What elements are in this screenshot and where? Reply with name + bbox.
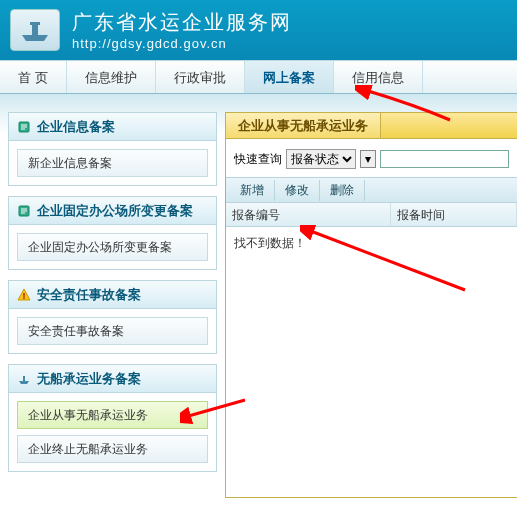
sidebar-item[interactable]: 安全责任事故备案 xyxy=(17,317,208,345)
panel-title: 安全责任事故备案 xyxy=(37,281,141,309)
filter-input[interactable] xyxy=(380,150,509,168)
panel-title: 无船承运业务备案 xyxy=(37,365,141,393)
svg-rect-5 xyxy=(23,376,25,381)
nav-item[interactable]: 信息维护 xyxy=(67,61,156,93)
logo-icon xyxy=(10,9,60,51)
panel-header[interactable]: !安全责任事故备案 xyxy=(9,281,216,309)
filter-select[interactable]: 报备状态 xyxy=(286,149,356,169)
note-icon xyxy=(17,204,31,218)
panel-header[interactable]: 企业信息备案 xyxy=(9,113,216,141)
site-url: http://gdsy.gdcd.gov.cn xyxy=(72,36,292,51)
panel-body: 安全责任事故备案 xyxy=(9,309,216,353)
panel-header[interactable]: 企业固定办公场所变更备案 xyxy=(9,197,216,225)
grid-col-time[interactable]: 报备时间 xyxy=(391,203,517,226)
tab-active[interactable]: 企业从事无船承运业务 xyxy=(226,113,381,138)
edit-button[interactable]: 修改 xyxy=(275,180,320,201)
sidebar-panel: 无船承运业务备案企业从事无船承运业务企业终止无船承运业务 xyxy=(8,364,217,472)
sidebar-panel: !安全责任事故备案安全责任事故备案 xyxy=(8,280,217,354)
warning-icon: ! xyxy=(17,288,31,302)
panel-body: 新企业信息备案 xyxy=(9,141,216,185)
site-header: 广东省水运企业服务网 http://gdsy.gdcd.gov.cn xyxy=(0,0,517,60)
sidebar-item[interactable]: 新企业信息备案 xyxy=(17,149,208,177)
grid-empty-text: 找不到数据！ xyxy=(226,227,517,260)
grid-col-id[interactable]: 报备编号 xyxy=(226,203,391,226)
panel-header[interactable]: 无船承运业务备案 xyxy=(9,365,216,393)
nav-item[interactable]: 信用信息 xyxy=(334,61,423,93)
svg-rect-1 xyxy=(30,22,40,25)
nav-item[interactable]: 网上备案 xyxy=(245,61,334,93)
delete-button[interactable]: 删除 xyxy=(320,180,365,201)
site-title: 广东省水运企业服务网 xyxy=(72,9,292,36)
filter-row: 快速查询 报备状态 ▾ xyxy=(226,139,517,177)
ship-icon xyxy=(17,372,31,386)
nav-item[interactable]: 首 页 xyxy=(0,61,67,93)
note-icon xyxy=(17,120,31,134)
panel-body: 企业从事无船承运业务企业终止无船承运业务 xyxy=(9,393,216,471)
sidebar-item[interactable]: 企业固定办公场所变更备案 xyxy=(17,233,208,261)
grid-header: 报备编号 报备时间 xyxy=(226,203,517,227)
svg-text:!: ! xyxy=(23,291,26,301)
sidebar-item[interactable]: 企业终止无船承运业务 xyxy=(17,435,208,463)
panel-body: 企业固定办公场所变更备案 xyxy=(9,225,216,269)
sidebar-item[interactable]: 企业从事无船承运业务 xyxy=(17,401,208,429)
nav-item[interactable]: 行政审批 xyxy=(156,61,245,93)
sidebar-panel: 企业固定办公场所变更备案企业固定办公场所变更备案 xyxy=(8,196,217,270)
add-button[interactable]: 新增 xyxy=(230,180,275,201)
toolbar: 新增 修改 删除 xyxy=(226,177,517,203)
sidebar: 企业信息备案新企业信息备案企业固定办公场所变更备案企业固定办公场所变更备案!安全… xyxy=(0,94,225,506)
panel-title: 企业固定办公场所变更备案 xyxy=(37,197,193,225)
panel-title: 企业信息备案 xyxy=(37,113,115,141)
dropdown-icon[interactable]: ▾ xyxy=(360,150,376,168)
main-area: 企业从事无船承运业务 快速查询 报备状态 ▾ 新增 修改 删除 报备编号 报备时… xyxy=(225,94,517,506)
filter-label: 快速查询 xyxy=(234,151,282,168)
tab-strip: 企业从事无船承运业务 xyxy=(226,113,517,139)
svg-rect-0 xyxy=(32,25,38,35)
main-nav: 首 页信息维护行政审批网上备案信用信息 xyxy=(0,60,517,94)
sidebar-panel: 企业信息备案新企业信息备案 xyxy=(8,112,217,186)
